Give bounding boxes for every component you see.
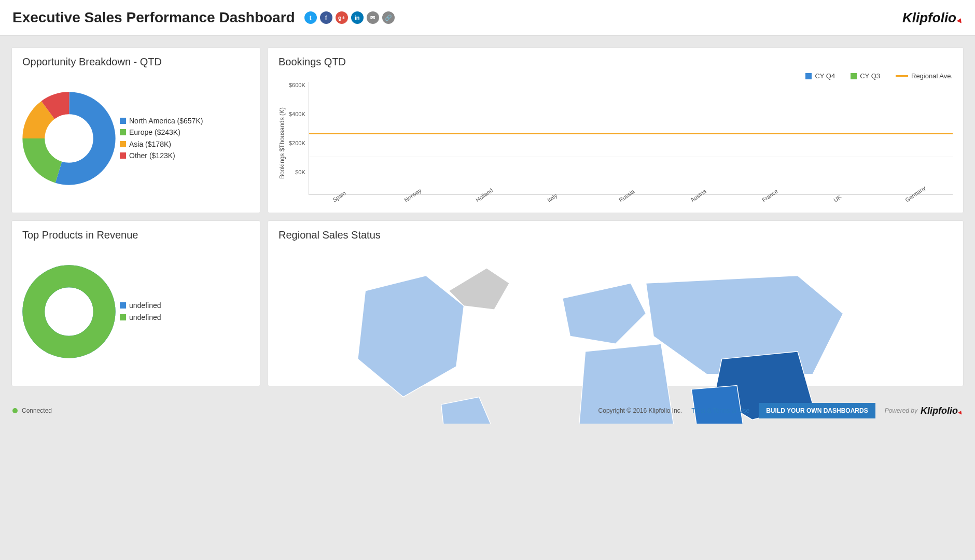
header-left: Executive Sales Performance Dashboard tf… [12, 9, 395, 26]
bookings-legend: CY Q4CY Q3Regional Ave. [278, 72, 953, 80]
opportunity-chart: North America ($657K)Europe ($243K)Asia … [22, 72, 249, 204]
map-region-north-america [358, 276, 464, 397]
legend-swatch-icon [851, 73, 857, 79]
legend-item[interactable]: Regional Ave. [896, 72, 953, 80]
bookings-plot [309, 82, 953, 195]
card-products: Top Products in Revenue undefinedundefin… [11, 220, 260, 386]
y-tick: $400K [289, 111, 305, 117]
legend-label: undefined [129, 312, 161, 323]
legend-item[interactable]: undefined [120, 300, 161, 311]
social-icons: tfg+in✉🔗 [304, 11, 395, 24]
legend-label: Other ($123K) [129, 150, 175, 161]
page-title: Executive Sales Performance Dashboard [12, 9, 295, 26]
y-axis-ticks: $600K$400K$200K$0K [286, 82, 309, 175]
world-map-icon [312, 245, 919, 424]
legend-label: Europe ($243K) [129, 127, 180, 138]
y-tick: $200K [289, 140, 305, 146]
powered-by: Powered by Klipfolio [885, 405, 963, 416]
facebook-icon[interactable]: f [320, 11, 332, 24]
bookings-plot-body: Bookings $Thousands (K) $600K$400K$200K$… [278, 82, 953, 204]
legend-label: CY Q3 [860, 72, 880, 80]
twitter-icon[interactable]: t [304, 11, 317, 24]
card-title-opportunity: Opportunity Breakdown - QTD [22, 56, 249, 68]
x-axis-labels: SpainNorwayHollandItalyRussiaAustriaFran… [309, 198, 953, 204]
legend-label: North America ($657K) [129, 115, 203, 127]
legend-swatch-icon [120, 141, 126, 147]
powered-by-text: Powered by [885, 407, 917, 414]
products-donut [22, 265, 116, 358]
status-text: Connected [22, 407, 52, 414]
legend-swatch-icon [805, 73, 812, 79]
legend-label: undefined [129, 300, 161, 311]
card-opportunity: Opportunity Breakdown - QTD North Americ… [11, 47, 260, 213]
brand-logo[interactable]: Klipfolio [902, 10, 963, 26]
dashboard-grid: Opportunity Breakdown - QTD North Americ… [0, 36, 975, 398]
terms-link[interactable]: Trust & Terms of Use [691, 407, 749, 414]
products-chart: undefinedundefined [22, 245, 249, 377]
y-tick: $0K [289, 169, 305, 175]
opportunity-donut [22, 92, 116, 185]
map-region-europe [563, 283, 646, 344]
copyright-text: Copyright © 2016 Klipfolio Inc. [598, 407, 682, 414]
card-title-bookings: Bookings QTD [278, 56, 953, 68]
legend-item[interactable]: CY Q3 [851, 72, 880, 80]
legend-swatch-icon [120, 314, 126, 320]
donut-slice [34, 276, 104, 346]
email-icon[interactable]: ✉ [367, 11, 379, 24]
legend-swatch-icon [120, 118, 126, 124]
y-tick: $600K [289, 82, 305, 88]
legend-swatch-icon [120, 152, 126, 159]
brand-logo-small[interactable]: Klipfolio [921, 405, 963, 416]
link-icon[interactable]: 🔗 [382, 11, 395, 24]
legend-item[interactable]: undefined [120, 312, 161, 323]
legend-swatch-icon [120, 129, 126, 135]
card-bookings: Bookings QTD CY Q4CY Q3Regional Ave. Boo… [268, 47, 964, 213]
legend-item[interactable]: Asia ($178K) [120, 138, 203, 150]
legend-line-icon [896, 75, 908, 77]
header: Executive Sales Performance Dashboard tf… [0, 0, 975, 36]
linkedin-icon[interactable]: in [351, 11, 364, 24]
donut-slice [34, 103, 104, 173]
legend-label: Asia ($178K) [129, 138, 171, 150]
googleplus-icon[interactable]: g+ [336, 11, 348, 24]
legend-label: Regional Ave. [911, 72, 953, 80]
build-dashboards-button[interactable]: BUILD YOUR OWN DASHBOARDS [759, 403, 875, 418]
footer-status: Connected [12, 407, 52, 414]
products-legend: undefinedundefined [120, 300, 161, 323]
bookings-chart: CY Q4CY Q3Regional Ave. Bookings $Thousa… [278, 72, 953, 204]
y-axis-label: Bookings $Thousands (K) [278, 82, 286, 204]
opportunity-legend: North America ($657K)Europe ($243K)Asia … [120, 115, 203, 162]
bars-container [309, 82, 953, 194]
legend-item[interactable]: North America ($657K) [120, 115, 203, 127]
legend-item[interactable]: Other ($123K) [120, 150, 203, 161]
card-regional: Regional Sales Status [268, 220, 964, 386]
footer-right: Copyright © 2016 Klipfolio Inc. Trust & … [598, 403, 963, 418]
legend-item[interactable]: Europe ($243K) [120, 127, 203, 138]
status-dot-icon [12, 408, 18, 413]
map-region-south-america [441, 397, 502, 424]
card-title-products: Top Products in Revenue [22, 229, 249, 241]
regional-map [278, 245, 953, 424]
legend-item[interactable]: CY Q4 [805, 72, 835, 80]
card-title-regional: Regional Sales Status [278, 229, 953, 241]
legend-label: CY Q4 [815, 72, 835, 80]
legend-swatch-icon [120, 302, 126, 309]
